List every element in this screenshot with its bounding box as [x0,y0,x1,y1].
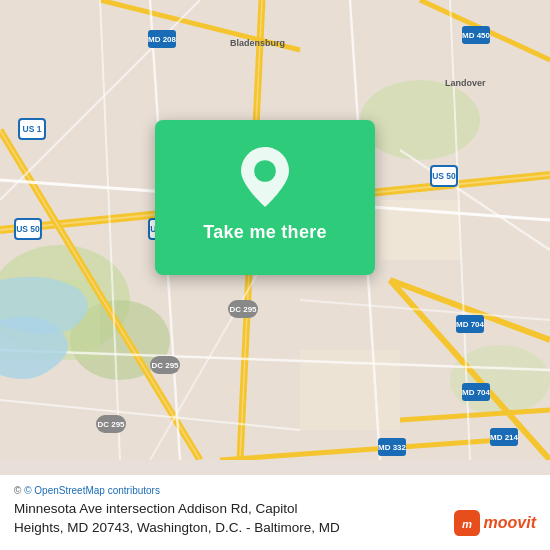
badge-us50-right: US 50 [430,165,458,187]
map-container: Bladensburg Landover US 1 US 50 US 50 US… [0,0,550,550]
svg-text:m: m [462,518,472,530]
badge-us1: US 1 [18,118,46,140]
badge-dc295-bot: DC 295 [96,415,126,433]
badge-dc295-mid: DC 295 [150,356,180,374]
moovit-logo: m moovit [454,510,536,536]
label-bladensburg: Bladensburg [230,38,285,48]
badge-md704-bot: MD 704 [462,383,490,401]
address-line2: Heights, MD 20743, Washington, D.C. - Ba… [14,520,340,535]
moovit-label: moovit [484,514,536,532]
badge-md450: MD 450 [462,26,490,44]
location-info: Minnesota Ave intersection Addison Rd, C… [14,500,340,538]
bottom-bar: © © OpenStreetMap contributors Minnesota… [0,475,550,550]
action-card: Take me there [155,120,375,275]
svg-point-31 [254,160,276,182]
location-pin-icon [240,147,290,207]
take-me-there-button[interactable]: Take me there [193,217,337,248]
badge-us50-left: US 50 [14,218,42,240]
badge-md332: MD 332 [378,438,406,456]
moovit-icon: m [454,510,480,536]
badge-md704-right: MD 704 [456,315,484,333]
badge-md208: MD 208 [148,30,176,48]
attribution-text: © © OpenStreetMap contributors [14,485,536,496]
osm-link[interactable]: © OpenStreetMap contributors [24,485,160,496]
badge-md214: MD 214 [490,428,518,446]
label-landover: Landover [445,78,486,88]
badge-dc295-top: DC 295 [228,300,258,318]
svg-point-4 [360,80,480,160]
address-line1: Minnesota Ave intersection Addison Rd, C… [14,501,297,516]
